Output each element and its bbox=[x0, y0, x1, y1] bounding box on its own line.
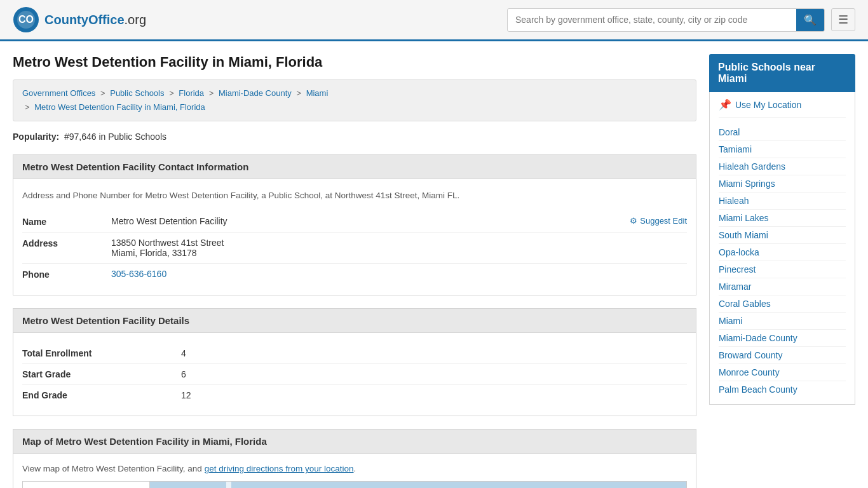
main-container: Metro West Detention Facility in Miami, … bbox=[0, 41, 868, 488]
breadcrumb-sep-2: > bbox=[209, 88, 214, 98]
list-item: Hialeah Gardens bbox=[719, 158, 846, 175]
map-container: Metrowest Detention Center View larger m… bbox=[22, 481, 687, 488]
list-item: Tamiami bbox=[719, 141, 846, 158]
popularity: Popularity: #97,646 in Public Schools bbox=[13, 132, 696, 142]
map-section-header: Map of Metro West Detention Facility in … bbox=[13, 429, 696, 454]
popularity-label: Popularity: bbox=[13, 132, 59, 142]
list-item: Monroe County bbox=[719, 364, 846, 381]
start-grade-label: Start Grade bbox=[22, 369, 181, 379]
popularity-rank: #97,646 bbox=[64, 132, 97, 142]
contact-info-table: Name Metro West Detention Facility ⚙ Sug… bbox=[22, 211, 687, 285]
sidebar-link-south-miami[interactable]: South Miami bbox=[719, 230, 768, 240]
list-item: Palm Beach County bbox=[719, 381, 846, 398]
contact-phone-row: Phone 305-636-6160 bbox=[22, 264, 687, 285]
map-info-panel: Metrowest Detention Center View larger m… bbox=[23, 482, 150, 488]
sidebar-link-doral[interactable]: Doral bbox=[719, 127, 740, 137]
sidebar-title: Public Schools near Miami bbox=[709, 54, 855, 92]
list-item: Miramar bbox=[719, 278, 846, 295]
sidebar-link-monroe-county[interactable]: Monroe County bbox=[719, 367, 780, 377]
address-value: 13850 Northwest 41st Street Miami, Flori… bbox=[111, 238, 687, 258]
end-grade-value: 12 bbox=[181, 390, 687, 400]
breadcrumb-link-1[interactable]: Public Schools bbox=[110, 88, 164, 98]
list-item: Miami Springs bbox=[719, 175, 846, 193]
contact-section-header: Metro West Detention Facility Contact In… bbox=[13, 154, 696, 179]
list-item: Doral bbox=[719, 124, 846, 141]
location-pin-icon: 📌 bbox=[719, 98, 731, 111]
driving-directions-link[interactable]: get driving directions from your locatio… bbox=[205, 464, 354, 473]
sidebar-link-tamiami[interactable]: Tamiami bbox=[719, 144, 752, 154]
name-label: Name bbox=[22, 216, 111, 227]
breadcrumb-sep-1: > bbox=[169, 88, 174, 98]
suggest-edit-link[interactable]: ⚙ Suggest Edit bbox=[630, 216, 687, 226]
svg-text:CO: CO bbox=[18, 14, 34, 25]
content-area: Metro West Detention Facility in Miami, … bbox=[13, 54, 696, 488]
sidebar-body: 📌 Use My Location Doral Tamiami Hialeah … bbox=[709, 92, 855, 405]
breadcrumb-link-0[interactable]: Government Offices bbox=[22, 88, 95, 98]
search-bar: 🔍 bbox=[507, 8, 825, 32]
sidebar-link-coral-gables[interactable]: Coral Gables bbox=[719, 299, 771, 309]
address-line2: Miami, Florida, 33178 bbox=[111, 248, 687, 258]
sidebar: Public Schools near Miami 📌 Use My Locat… bbox=[709, 54, 855, 488]
details-section-header: Metro West Detention Facility Details bbox=[13, 308, 696, 333]
page-title: Metro West Detention Facility in Miami, … bbox=[13, 54, 696, 71]
sidebar-link-miami-dade-county[interactable]: Miami-Dade County bbox=[719, 333, 797, 343]
details-section-body: Total Enrollment 4 Start Grade 6 End Gra… bbox=[13, 333, 696, 416]
use-location-link[interactable]: Use My Location bbox=[735, 100, 801, 110]
enrollment-row: Total Enrollment 4 bbox=[22, 343, 687, 364]
use-location: 📌 Use My Location bbox=[719, 98, 846, 118]
sidebar-link-hialeah[interactable]: Hialeah bbox=[719, 196, 749, 206]
sidebar-link-broward-county[interactable]: Broward County bbox=[719, 350, 782, 360]
address-line1: 13850 Northwest 41st Street bbox=[111, 238, 687, 248]
phone-link[interactable]: 305-636-6160 bbox=[111, 269, 166, 279]
logo-text: CountyOffice.org bbox=[44, 13, 146, 27]
list-item: Broward County bbox=[719, 347, 846, 364]
sidebar-link-miami-lakes[interactable]: Miami Lakes bbox=[719, 213, 769, 223]
menu-button[interactable]: ☰ bbox=[831, 8, 855, 31]
enrollment-value: 4 bbox=[181, 348, 687, 358]
list-item: Miami bbox=[719, 313, 846, 330]
list-item: Hialeah bbox=[719, 193, 846, 210]
start-grade-value: 6 bbox=[181, 369, 687, 379]
sidebar-link-palm-beach-county[interactable]: Palm Beach County bbox=[719, 384, 797, 395]
list-item: Miami Lakes bbox=[719, 210, 846, 227]
name-value: Metro West Detention Facility bbox=[111, 216, 630, 226]
logo-icon: CO bbox=[13, 6, 39, 33]
sidebar-link-miami[interactable]: Miami bbox=[719, 316, 742, 326]
contact-section-body: Address and Phone Number for Metro West … bbox=[13, 179, 696, 295]
breadcrumb-sep-3: > bbox=[296, 88, 301, 98]
sidebar-link-pinecrest[interactable]: Pinecrest bbox=[719, 264, 756, 274]
sidebar-link-miami-springs[interactable]: Miami Springs bbox=[719, 179, 775, 189]
sidebar-link-hialeah-gardens[interactable]: Hialeah Gardens bbox=[719, 161, 785, 172]
map-visual: NW 41st St bbox=[150, 482, 686, 488]
contact-description: Address and Phone Number for Metro West … bbox=[22, 189, 687, 202]
header: CO CountyOffice.org 🔍 ☰ bbox=[0, 0, 868, 41]
contact-name-row: Name Metro West Detention Facility ⚙ Sug… bbox=[22, 211, 687, 233]
list-item: South Miami bbox=[719, 227, 846, 244]
suggest-edit-icon: ⚙ bbox=[630, 216, 637, 226]
start-grade-row: Start Grade 6 bbox=[22, 364, 687, 385]
phone-label: Phone bbox=[22, 269, 111, 280]
breadcrumb-link-3[interactable]: Miami-Dade County bbox=[219, 88, 292, 98]
contact-address-row: Address 13850 Northwest 41st Street Miam… bbox=[22, 233, 687, 264]
breadcrumb-link-4[interactable]: Miami bbox=[306, 88, 329, 98]
list-item: Pinecrest bbox=[719, 261, 846, 278]
sidebar-link-opa-locka[interactable]: Opa-locka bbox=[719, 247, 759, 257]
enrollment-label: Total Enrollment bbox=[22, 348, 181, 358]
phone-value: 305-636-6160 bbox=[111, 269, 687, 279]
breadcrumb-sep-0: > bbox=[100, 88, 105, 98]
map-desc-text: View map of Metro West Detention Facilit… bbox=[22, 464, 202, 473]
end-grade-row: End Grade 12 bbox=[22, 385, 687, 405]
suggest-edit-label: Suggest Edit bbox=[640, 216, 687, 226]
breadcrumb-link-5[interactable]: Metro West Detention Facility in Miami, … bbox=[34, 102, 205, 112]
map-description: View map of Metro West Detention Facilit… bbox=[22, 464, 687, 473]
sidebar-link-miramar[interactable]: Miramar bbox=[719, 281, 751, 292]
svg-rect-6 bbox=[226, 482, 231, 488]
breadcrumb: Government Offices > Public Schools > Fl… bbox=[13, 79, 696, 121]
popularity-suffix: in Public Schools bbox=[98, 132, 166, 142]
search-button[interactable]: 🔍 bbox=[796, 9, 824, 31]
breadcrumb-link-2[interactable]: Florida bbox=[179, 88, 204, 98]
details-table: Total Enrollment 4 Start Grade 6 End Gra… bbox=[22, 343, 687, 405]
search-input[interactable] bbox=[508, 10, 796, 30]
list-item: Coral Gables bbox=[719, 295, 846, 313]
end-grade-label: End Grade bbox=[22, 390, 181, 400]
